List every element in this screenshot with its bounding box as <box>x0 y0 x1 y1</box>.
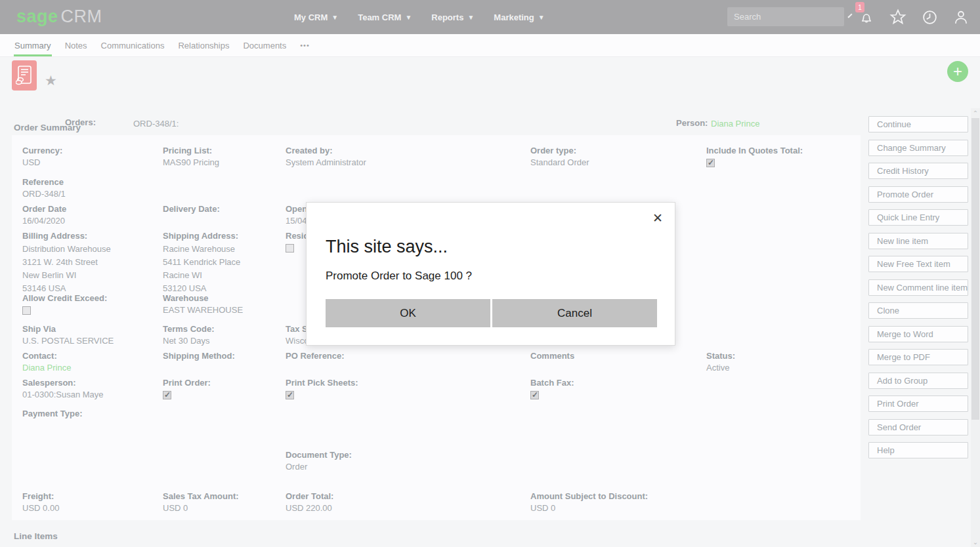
logo-sage-text: sage <box>16 7 58 26</box>
tab-more-ellipsis[interactable]: ••• <box>299 35 310 55</box>
field-batch-fax: Batch Fax: <box>530 378 574 399</box>
scroll-down-icon[interactable]: ⌄ <box>971 538 980 546</box>
new-free-text-item-button[interactable]: New Free Text item <box>868 256 968 272</box>
field-allow-credit-exceed: Allow Credit Exceed: <box>22 293 107 315</box>
dialog-buttons: OK Cancel <box>326 299 657 327</box>
change-summary-button[interactable]: Change Summary <box>868 140 968 156</box>
dialog-title: This site says... <box>326 237 448 257</box>
residential-checkbox[interactable] <box>286 244 294 253</box>
print-order-button[interactable]: Print Order <box>868 395 968 412</box>
nav-my-crm[interactable]: My CRM▼ <box>294 12 338 22</box>
logo-crm-text: CRM <box>61 7 102 26</box>
merge-to-pdf-button[interactable]: Merge to PDF <box>868 349 968 365</box>
promote-order-button[interactable]: Promote Order <box>868 186 968 203</box>
credit-history-button[interactable]: Credit History <box>868 163 968 179</box>
field-shipping-address: Shipping Address: Racine Warehouse 5411 … <box>163 231 240 293</box>
action-button-column: Continue Change Summary Credit History P… <box>868 116 968 458</box>
sage-crm-logo: sageCRM <box>16 7 102 27</box>
favorite-star-icon[interactable]: ★ <box>45 73 57 89</box>
user-profile-icon[interactable] <box>952 8 970 26</box>
favorites-star-icon[interactable] <box>889 8 907 26</box>
field-print-pick-sheets: Print Pick Sheets: <box>286 378 358 399</box>
allow-credit-exceed-checkbox[interactable] <box>22 306 31 315</box>
chevron-down-icon: ▼ <box>467 14 474 21</box>
notification-count-badge: 1 <box>855 2 864 12</box>
field-pricing-list: Pricing List: MAS90 Pricing <box>163 146 219 167</box>
field-amount-subject-to-discount: Amount Subject to Discount: USD 0 <box>530 491 648 513</box>
add-to-group-button[interactable]: Add to Group <box>868 373 968 389</box>
nav-marketing[interactable]: Marketing▼ <box>494 12 544 22</box>
new-line-item-button[interactable]: New line item <box>868 233 968 249</box>
recent-clock-icon[interactable] <box>920 8 939 26</box>
add-new-button[interactable]: + <box>947 61 968 82</box>
clone-button[interactable]: Clone <box>868 302 968 319</box>
field-warehouse: Warehouse EAST WAREHOUSE <box>163 293 243 315</box>
chevron-down-icon: ▼ <box>405 14 412 21</box>
entity-tab-bar: Summary Notes Communications Relationshi… <box>0 34 980 57</box>
quick-line-entry-button[interactable]: Quick Line Entry <box>868 209 968 226</box>
tab-documents[interactable]: Documents <box>242 35 287 56</box>
person-label: Person: <box>676 118 708 128</box>
tab-relationships[interactable]: Relationships <box>177 35 230 56</box>
field-include-in-quotes-total: Include In Quotes Total: <box>706 146 803 167</box>
topbar-icons: 1 <box>857 0 970 34</box>
field-order-type: Order type: Standard Order <box>530 146 589 167</box>
field-ship-via: Ship Via U.S. POSTAL SERVICE <box>22 324 114 346</box>
new-comment-line-item-button[interactable]: New Comment line item <box>868 279 968 296</box>
search-input[interactable] <box>734 12 849 22</box>
close-icon[interactable]: ✕ <box>652 212 663 224</box>
field-status: Status: Active <box>706 351 735 373</box>
tab-summary[interactable]: Summary <box>14 35 52 56</box>
continue-button[interactable]: Continue <box>868 116 968 132</box>
send-order-button[interactable]: Send Order <box>868 419 968 436</box>
nav-team-crm[interactable]: Team CRM▼ <box>358 12 412 22</box>
field-reference: Reference ORD-348/1 <box>22 177 66 199</box>
help-button[interactable]: Help <box>868 442 968 458</box>
field-open-date: Open 15/04 <box>286 204 307 226</box>
print-order-checkbox[interactable] <box>163 391 171 399</box>
chevron-down-icon: ▼ <box>331 14 338 21</box>
orders-value: ORD-348/1: <box>133 119 179 129</box>
field-print-order: Print Order: <box>163 378 211 399</box>
print-pick-sheets-checkbox[interactable] <box>286 391 294 399</box>
field-salesperson: Salesperson: 01-0300:Susan Maye <box>22 378 104 399</box>
search-box[interactable] <box>727 7 844 26</box>
field-po-reference: PO Reference: <box>286 351 345 361</box>
field-terms-code: Terms Code: Net 30 Days <box>163 324 215 346</box>
field-document-type: Document Type: Order <box>286 450 352 472</box>
ok-button[interactable]: OK <box>326 299 490 327</box>
site-confirm-dialog: ✕ This site says... Promote Order to Sag… <box>306 202 675 346</box>
scroll-up-icon[interactable]: ⌃ <box>971 110 980 117</box>
field-comments: Comments <box>530 351 574 361</box>
order-header: ★ Orders: ORD-348/1: Opportunity: Auto :… <box>0 57 980 111</box>
cancel-button[interactable]: Cancel <box>492 299 657 327</box>
field-contact: Contact: Diana Prince <box>22 351 71 373</box>
batch-fax-checkbox[interactable] <box>530 391 539 399</box>
tab-notes[interactable]: Notes <box>64 35 88 56</box>
order-summary-title: Order Summary <box>14 123 81 132</box>
main-menu: My CRM▼ Team CRM▼ Reports▼ Marketing▼ <box>294 0 545 34</box>
chevron-down-icon: ▼ <box>538 14 545 21</box>
person-link[interactable]: Diana Prince <box>711 119 759 129</box>
line-items-title: Line Items <box>14 531 58 541</box>
field-currency: Currency: USD <box>22 146 62 167</box>
field-delivery-date: Delivery Date: <box>163 204 220 216</box>
nav-reports[interactable]: Reports▼ <box>431 12 474 22</box>
field-payment-type: Payment Type: <box>22 409 83 418</box>
include-in-quotes-total-checkbox[interactable] <box>706 159 715 167</box>
field-shipping-method: Shipping Method: <box>163 351 235 361</box>
field-order-date: Order Date 16/04/2020 <box>22 204 66 226</box>
field-order-total: Order Total: USD 220.00 <box>286 491 333 513</box>
top-navigation-bar: sageCRM My CRM▼ Team CRM▼ Reports▼ Marke… <box>0 0 980 34</box>
field-created-by: Created by: System Administrator <box>286 146 366 167</box>
field-billing-address: Billing Address: Distribution Warehouse … <box>22 231 111 293</box>
merge-to-word-button[interactable]: Merge to Word <box>868 326 968 342</box>
contact-link[interactable]: Diana Prince <box>22 363 71 373</box>
vertical-scrollbar[interactable]: ⌃ ⌄ <box>971 108 980 547</box>
notifications-bell-icon[interactable]: 1 <box>857 8 876 26</box>
field-sales-tax-amount: Sales Tax Amount: USD 0 <box>163 491 239 513</box>
scrollbar-thumb[interactable] <box>971 118 979 420</box>
dialog-message: Promote Order to Sage 100 ? <box>326 270 472 283</box>
order-entity-icon <box>12 60 37 91</box>
tab-communications[interactable]: Communications <box>100 35 165 56</box>
